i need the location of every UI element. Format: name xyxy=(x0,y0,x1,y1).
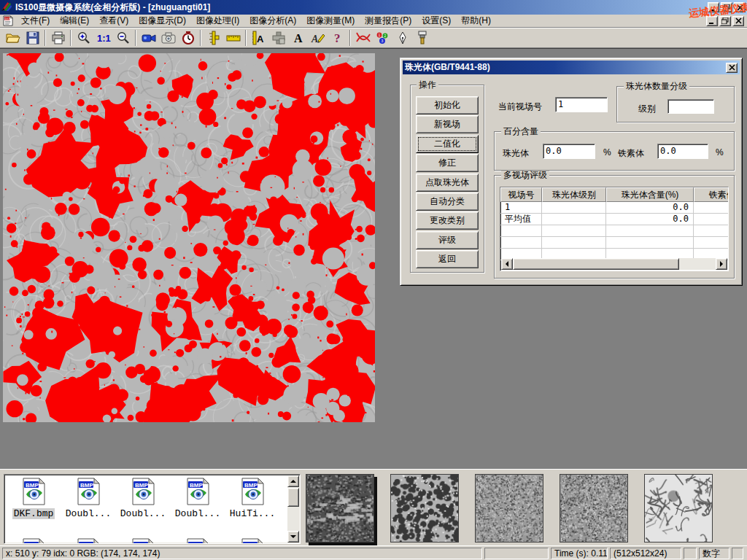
capture-image-icon[interactable] xyxy=(158,29,178,47)
table-row[interactable] xyxy=(500,225,728,237)
edit-annotation-icon[interactable]: A xyxy=(308,29,328,47)
file-item-3[interactable]: BMPDoubl... xyxy=(117,477,169,519)
dialog-close-button[interactable] xyxy=(726,63,738,73)
vertical-caliper-icon[interactable] xyxy=(204,29,223,47)
pearlite-percent-label: 珠光体 xyxy=(503,147,529,160)
micrograph-thumbnail-1[interactable] xyxy=(306,474,374,542)
file-name[interactable]: Doubl... xyxy=(174,508,222,519)
curve-tool-icon[interactable] xyxy=(353,29,373,47)
table-cell xyxy=(542,225,606,237)
micrograph-thumbnail-5[interactable] xyxy=(644,474,713,542)
menu-item-10[interactable]: 帮助(H) xyxy=(456,14,496,27)
video-camera-icon[interactable] xyxy=(139,29,158,47)
file-item-4[interactable]: BMPDoubl... xyxy=(171,477,224,519)
vscroll-down-icon[interactable] xyxy=(287,531,299,542)
current-field-input[interactable]: 1 xyxy=(555,97,608,112)
table-row[interactable] xyxy=(500,237,728,249)
toolbar-separator xyxy=(70,30,71,46)
op-button-5[interactable]: 点取珠光体 xyxy=(416,174,479,192)
menu-item-7[interactable]: 图像测量(M) xyxy=(301,14,360,27)
micrograph-thumbnail-3[interactable] xyxy=(475,474,543,542)
table-row[interactable]: 平均值0.0 xyxy=(500,214,728,225)
ferrite-percent-unit: % xyxy=(716,147,724,158)
menu-item-4[interactable]: 图像显示(D) xyxy=(133,14,191,27)
op-button-3[interactable]: 二值化 xyxy=(416,135,479,153)
table-column-1[interactable]: 视场号 xyxy=(500,187,542,202)
menu-item-1[interactable]: 文件(F) xyxy=(16,14,55,27)
open-file-icon[interactable] xyxy=(3,29,23,47)
measure-text-icon[interactable]: A xyxy=(249,29,268,47)
table-cell xyxy=(694,225,729,237)
file-item-partial-4[interactable]: BMP xyxy=(171,537,224,544)
file-name[interactable]: Doubl... xyxy=(119,508,167,519)
vscroll-thumb[interactable] xyxy=(287,488,299,507)
op-button-6[interactable]: 自动分类 xyxy=(416,192,479,211)
document-icon[interactable]: DOC xyxy=(2,16,14,26)
bmp-image-file-icon: BMP xyxy=(239,498,266,508)
horizontal-ruler-icon[interactable] xyxy=(223,29,243,47)
svg-text:?: ? xyxy=(334,31,341,44)
menu-item-8[interactable]: 测量报告(P) xyxy=(360,14,417,27)
insert-text-icon[interactable]: A xyxy=(288,29,308,47)
zoom-in-icon[interactable] xyxy=(74,29,93,47)
help-icon[interactable]: ? xyxy=(328,29,347,47)
svg-text:1: 1 xyxy=(378,33,380,37)
table-cell: 1 xyxy=(500,202,542,214)
file-browser-vscrollbar[interactable] xyxy=(287,475,299,542)
file-item-partial-5[interactable]: BMP xyxy=(226,537,279,544)
table-cell xyxy=(606,225,694,237)
table-cell: 0.0 xyxy=(606,202,694,214)
micrograph-thumbnail-4[interactable] xyxy=(560,474,628,542)
menu-item-9[interactable]: 设置(S) xyxy=(417,14,456,27)
menu-bar: DOC 文件(F)编辑(E)查看(V)图像显示(D)图像处理(I)图像分析(A)… xyxy=(0,15,747,28)
hscroll-left-icon[interactable] xyxy=(501,258,513,270)
file-item-partial-3[interactable]: BMP xyxy=(117,537,169,544)
binarized-micrograph-image[interactable] xyxy=(3,53,375,422)
table-column-4[interactable]: 铁素体含量(%) xyxy=(694,187,729,202)
file-item-partial-2[interactable]: BMP xyxy=(62,537,115,544)
print-icon[interactable] xyxy=(48,29,68,47)
menu-item-2[interactable]: 编辑(E) xyxy=(55,14,94,27)
op-button-2[interactable]: 新视场 xyxy=(416,115,479,133)
table-column-2[interactable]: 珠光体级别 xyxy=(542,187,606,202)
brush-tool-icon[interactable] xyxy=(412,29,432,47)
svg-text:BMP: BMP xyxy=(190,482,203,489)
op-button-4[interactable]: 修正 xyxy=(416,154,479,172)
pearlite-dialog-titlebar[interactable]: 珠光体(GB/T9441-88) xyxy=(403,61,740,74)
op-button-7[interactable]: 更改类别 xyxy=(416,211,479,230)
file-item-partial-1[interactable]: BMP xyxy=(7,537,60,544)
child-close-button[interactable] xyxy=(732,16,744,26)
file-name[interactable]: Doubl... xyxy=(64,508,112,519)
ferrite-percent-input[interactable]: 0.0 xyxy=(657,144,708,159)
rating-table-header: 视场号珠光体级别珠光体含量(%)铁素体含量(%) xyxy=(500,187,728,202)
svg-text:BMP: BMP xyxy=(80,542,93,545)
file-item-5[interactable]: BMPHuiTi... xyxy=(226,477,279,519)
file-name[interactable]: DKF.bmp xyxy=(12,508,55,519)
table-column-3[interactable]: 珠光体含量(%) xyxy=(606,187,694,202)
op-button-9[interactable]: 返回 xyxy=(416,250,479,268)
vscroll-up-icon[interactable] xyxy=(287,475,299,487)
pen-tool-icon[interactable] xyxy=(392,29,412,47)
menu-item-3[interactable]: 查看(V) xyxy=(94,14,133,27)
timer-clock-icon[interactable] xyxy=(178,29,198,47)
file-name[interactable]: HuiTi... xyxy=(228,508,276,519)
actual-size-icon[interactable]: 1:1 xyxy=(93,29,113,47)
merge-images-icon[interactable] xyxy=(268,29,288,47)
table-row[interactable]: 10.0 xyxy=(500,202,728,214)
file-item-2[interactable]: BMPDoubl... xyxy=(62,477,115,519)
op-button-8[interactable]: 评级 xyxy=(416,231,479,249)
rating-table-hscrollbar[interactable] xyxy=(501,258,727,270)
op-button-1[interactable]: 初始化 xyxy=(416,96,479,114)
save-file-icon[interactable] xyxy=(23,29,42,47)
hscroll-right-icon[interactable] xyxy=(716,258,727,270)
file-item-1[interactable]: BMPDKF.bmp xyxy=(7,477,60,519)
classify-points-icon[interactable]: 123 xyxy=(373,29,392,47)
table-cell xyxy=(694,237,729,249)
zoom-out-icon[interactable] xyxy=(113,29,133,47)
menu-item-5[interactable]: 图像处理(I) xyxy=(191,14,244,27)
menu-item-6[interactable]: 图像分析(A) xyxy=(244,14,301,27)
hscroll-thumb[interactable] xyxy=(513,258,679,270)
grade-input[interactable] xyxy=(667,99,714,114)
micrograph-thumbnail-2[interactable] xyxy=(390,474,459,542)
pearlite-percent-input[interactable]: 0.0 xyxy=(543,144,595,159)
